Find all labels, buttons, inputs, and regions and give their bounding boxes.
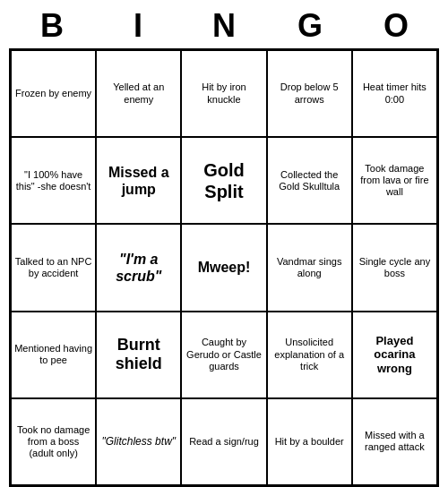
bingo-cell-r2-c2: Mweep! <box>181 224 266 311</box>
bingo-cell-r2-c0: Talked to an NPC by accident <box>11 224 96 311</box>
bingo-letter-i: I <box>99 7 177 45</box>
bingo-cell-r4-c2: Read a sign/rug <box>181 398 266 485</box>
bingo-header: BINGO <box>9 0 439 48</box>
bingo-letter-g: G <box>271 7 349 45</box>
bingo-cell-r4-c0: Took no damage from a boss (adult only) <box>11 398 96 485</box>
bingo-letter-b: B <box>13 7 91 45</box>
bingo-cell-r2-c4: Single cycle any boss <box>352 224 437 311</box>
bingo-cell-r4-c3: Hit by a boulder <box>267 398 352 485</box>
bingo-grid: Frozen by enemyYelled at an enemyHit by … <box>9 48 439 487</box>
bingo-cell-r4-c4: Missed with a ranged attack <box>352 398 437 485</box>
bingo-cell-r1-c2: Gold Split <box>181 137 266 224</box>
bingo-cell-r1-c4: Took damage from lava or fire wall <box>352 137 437 224</box>
bingo-cell-r0-c3: Drop below 5 arrows <box>267 50 352 137</box>
bingo-cell-r1-c0: "I 100% have this" -she doesn't <box>11 137 96 224</box>
bingo-cell-r3-c2: Caught by Gerudo or Castle guards <box>181 312 266 398</box>
bingo-cell-r3-c4: Played ocarina wrong <box>352 312 437 398</box>
bingo-cell-r1-c3: Collected the Gold Skulltula <box>267 137 352 224</box>
bingo-cell-r3-c0: Mentioned having to pee <box>11 312 96 398</box>
bingo-letter-o: O <box>357 7 435 45</box>
bingo-cell-r2-c1: "I'm a scrub" <box>96 224 181 311</box>
bingo-cell-r0-c4: Heat timer hits 0:00 <box>352 50 437 137</box>
bingo-cell-r2-c3: Vandmar sings along <box>267 224 352 311</box>
bingo-cell-r3-c1: Burnt shield <box>96 312 181 398</box>
bingo-letter-n: N <box>185 7 263 45</box>
bingo-cell-r4-c1: "Glitchless btw" <box>96 398 181 485</box>
bingo-cell-r0-c2: Hit by iron knuckle <box>181 50 266 137</box>
bingo-cell-r1-c1: Missed a jump <box>96 137 181 224</box>
bingo-cell-r3-c3: Unsolicited explanation of a trick <box>267 312 352 398</box>
bingo-cell-r0-c0: Frozen by enemy <box>11 50 96 137</box>
bingo-cell-r0-c1: Yelled at an enemy <box>96 50 181 137</box>
